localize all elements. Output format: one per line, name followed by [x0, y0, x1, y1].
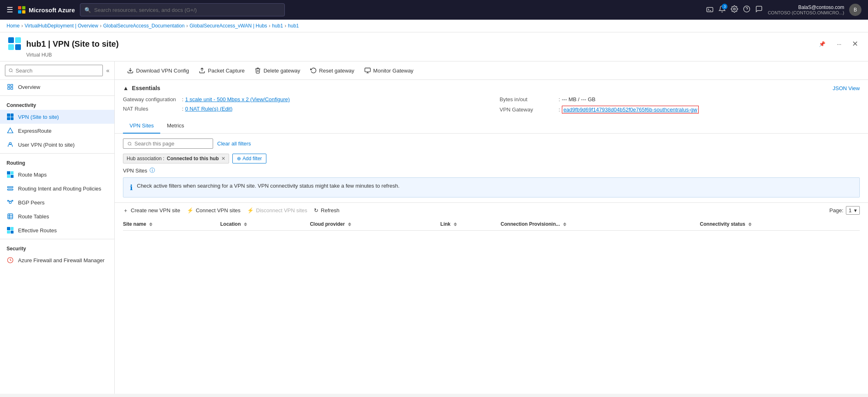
tabs: VPN Sites Metrics [115, 118, 868, 134]
sidebar-collapse-button[interactable]: « [106, 67, 109, 74]
json-view-button[interactable]: JSON View [833, 85, 860, 91]
sidebar-label-effectiveroutes: Effective Routes [18, 227, 57, 234]
sidebar-item-uservpn[interactable]: User VPN (Point to site) [0, 138, 114, 152]
sidebar-search-box[interactable] [5, 65, 103, 76]
download-icon [127, 67, 134, 74]
col-site-name[interactable]: Site name [123, 218, 220, 231]
breadcrumb-home[interactable]: Home [7, 23, 20, 29]
sidebar-item-routingintent[interactable]: Routing Intent and Routing Policies [0, 181, 114, 195]
svg-point-3 [9, 69, 12, 72]
col-link[interactable]: Link [441, 218, 501, 231]
table-area: Site name Location Cloud provider L [115, 218, 868, 231]
chip-remove-button[interactable]: ✕ [221, 156, 225, 161]
create-icon: ＋ [123, 207, 128, 214]
refresh-button[interactable]: ↻ Refresh [314, 207, 340, 213]
page-title: hub1 | VPN (Site to site) [26, 39, 119, 49]
sidebar-item-bgppeers[interactable]: BGP Peers [0, 195, 114, 209]
filter-search-input[interactable] [134, 141, 209, 147]
help-icon[interactable] [743, 5, 750, 14]
clear-filters-button[interactable]: Clear all filters [217, 141, 251, 147]
col-connection-provisioning[interactable]: Connection Provisionin... [501, 218, 700, 231]
svg-rect-7 [11, 87, 13, 89]
global-search[interactable]: 🔍 [80, 3, 285, 16]
sidebar-nav: Overview Connectivity VPN (Site to site)… [0, 80, 114, 394]
create-vpn-site-button[interactable]: ＋ Create new VPN site [123, 207, 180, 214]
breadcrumb-vhub[interactable]: VirtualHubDeployment | Overview [25, 23, 98, 29]
nat-value[interactable]: 0 NAT Rule(s) (Edit) [185, 106, 233, 112]
tab-metrics[interactable]: Metrics [160, 118, 191, 134]
essentials-chevron[interactable]: ▲ [123, 85, 129, 91]
reset-gateway-label: Reset gateway [319, 68, 354, 74]
breadcrumb-hub1-1[interactable]: hub1 [272, 23, 283, 29]
topbar: ☰ Microsoft Azure 🔍 3 BalaS@con [0, 0, 868, 20]
settings-icon[interactable] [731, 5, 738, 14]
gateway-config-value[interactable]: 1 scale unit - 500 Mbps x 2 (View/Config… [185, 96, 290, 102]
vpn-icon [7, 113, 14, 120]
hub-association-filter-chip: Hub association : Connected to this hub … [123, 154, 229, 163]
notification-icon[interactable]: 3 [718, 5, 726, 14]
breadcrumb-hub1-2[interactable]: hub1 [288, 23, 299, 29]
sidebar-item-overview[interactable]: Overview [0, 80, 114, 94]
bytes-label: Bytes in/out [500, 96, 557, 102]
download-config-label: Download VPN Config [136, 68, 189, 74]
essentials-nat: NAT Rules : 0 NAT Rule(s) (Edit) [123, 106, 483, 113]
sidebar: « Overview Connectivity VPN (Site to sit… [0, 61, 115, 394]
add-filter-button[interactable]: ⊕ Add filter [232, 154, 266, 163]
hamburger-icon[interactable]: ☰ [7, 5, 13, 14]
essentials-grid: Gateway configuration : 1 scale unit - 5… [123, 96, 860, 113]
col-cloud-provider[interactable]: Cloud provider [310, 218, 440, 231]
breadcrumb-gsa-doc[interactable]: GlobalSecureAccess_Documentation [103, 23, 185, 29]
vpn-sites-table: Site name Location Cloud provider L [123, 218, 860, 231]
breadcrumb-gsa-vwan[interactable]: GlobalSecureAccess_vWAN | Hubs [189, 23, 267, 29]
nav-section-security: Security [0, 241, 114, 253]
download-config-button[interactable]: Download VPN Config [123, 65, 193, 76]
search-this-page[interactable] [123, 138, 213, 149]
user-name: BalaS@contoso.com [768, 5, 844, 10]
connect-icon: ⚡ [187, 207, 193, 213]
sidebar-label-routingintent: Routing Intent and Routing Policies [18, 186, 101, 192]
connect-vpn-sites-button[interactable]: ⚡ Connect VPN sites [187, 207, 241, 213]
nav-divider-1 [0, 95, 114, 96]
col-connectivity-status[interactable]: Connectivity status [700, 218, 860, 231]
sidebar-item-firewall[interactable]: Azure Firewall and Firewall Manager [0, 253, 114, 267]
app-logo: Microsoft Azure [18, 6, 75, 14]
main-layout: « Overview Connectivity VPN (Site to sit… [0, 61, 868, 394]
cloud-shell-icon[interactable] [706, 5, 713, 14]
sidebar-item-routetables[interactable]: Route Tables [0, 209, 114, 223]
col-location[interactable]: Location [220, 218, 310, 231]
effectiveroutes-icon [7, 227, 14, 234]
sidebar-search-icon [9, 68, 13, 73]
global-search-input[interactable] [94, 7, 280, 13]
sidebar-search-input[interactable] [16, 68, 99, 74]
search-icon: 🔍 [84, 7, 91, 13]
more-options-button[interactable]: ··· [834, 39, 844, 49]
essentials-title: Essentials [132, 85, 160, 91]
svg-rect-4 [8, 84, 10, 86]
close-button[interactable]: ✕ [850, 38, 860, 50]
tab-vpnsites[interactable]: VPN Sites [123, 118, 160, 134]
pin-button[interactable]: 📌 [816, 39, 828, 49]
vpngw-value[interactable]: ead9fb9d69f147938d04b52f0e765f6b-southce… [562, 106, 699, 113]
user-avatar[interactable]: B [849, 4, 861, 16]
firewall-icon [7, 256, 14, 264]
packet-capture-button[interactable]: Packet Capture [195, 65, 249, 76]
page-dropdown[interactable]: 1 ▾ [846, 206, 860, 215]
delete-gateway-button[interactable]: Delete gateway [250, 65, 304, 76]
page-header-icon [8, 37, 21, 50]
disconnect-vpn-sites-button[interactable]: ⚡ Disconnect VPN sites [247, 207, 307, 213]
sidebar-item-expressroute[interactable]: ExpressRoute [0, 124, 114, 138]
essentials-header: ▲ Essentials JSON View [123, 85, 860, 91]
monitor-gateway-button[interactable]: Monitor Gateway [360, 65, 418, 76]
sidebar-item-routemaps[interactable]: Route Maps [0, 168, 114, 181]
sidebar-item-vpn[interactable]: VPN (Site to site) [0, 110, 114, 124]
sidebar-label-vpn: VPN (Site to site) [18, 114, 59, 120]
vpngw-label: VPN Gateway [500, 107, 557, 113]
sidebar-item-effectiveroutes[interactable]: Effective Routes [0, 223, 114, 237]
essentials-gateway-config: Gateway configuration : 1 scale unit - 5… [123, 96, 483, 102]
vpn-sites-info-icon[interactable]: ⓘ [150, 167, 155, 174]
feedback-icon[interactable] [755, 5, 763, 14]
microsoft-logo-icon [18, 6, 25, 14]
nav-divider-2 [0, 153, 114, 154]
reset-gateway-button[interactable]: Reset gateway [306, 65, 359, 76]
app-name: Microsoft Azure [29, 7, 75, 14]
